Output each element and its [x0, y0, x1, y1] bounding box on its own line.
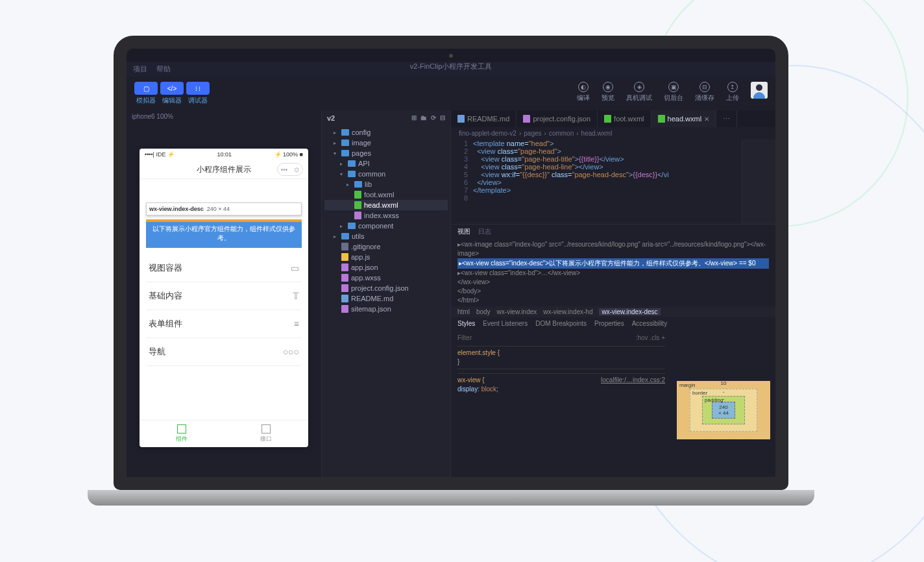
file-tree-item[interactable]: app.js: [324, 252, 448, 262]
file-icon: [341, 253, 348, 261]
line-gutter: 12345678: [451, 140, 473, 224]
file-icon: [341, 284, 348, 292]
more-tabs[interactable]: ⋯: [716, 110, 737, 127]
file-tree-item[interactable]: ▸image: [324, 138, 448, 148]
styles-rules[interactable]: Filter :hov .cls + element.style {}</spa…: [451, 330, 672, 490]
file-icon: [341, 263, 348, 271]
file-icon: [457, 115, 465, 123]
capsule-button[interactable]: •••⊙: [277, 163, 303, 176]
editor-tab[interactable]: project.config.json: [517, 110, 598, 127]
file-tree-item[interactable]: index.wxss: [324, 210, 448, 221]
file-tree-item[interactable]: foot.wxml: [324, 189, 448, 200]
highlighted-element[interactable]: 以下将展示小程序官方组件能力，组件样式仅供参考。: [146, 219, 302, 248]
file-tree-item[interactable]: ▸utils: [324, 231, 448, 241]
box-model: 10 - - 240 × 44: [672, 330, 775, 490]
file-tree-item[interactable]: ▾pages: [324, 148, 448, 158]
preview-button[interactable]: ◉预览: [602, 82, 614, 103]
inspector-tooltip: wx-view.index-desc 240 × 44: [146, 202, 302, 215]
editor-tab[interactable]: README.md: [451, 110, 517, 127]
file-icon: [354, 201, 361, 209]
file-icon: [341, 295, 348, 302]
file-tree-item[interactable]: ▸API: [324, 158, 448, 169]
file-icon: [341, 274, 348, 282]
phone-preview: ••••| IDE ⚡ 10:01 ⚡ 100% ■ 小程序组件展示 •••⊙ …: [140, 149, 308, 447]
list-item[interactable]: 导航○○○: [146, 338, 302, 366]
file-tree-item[interactable]: sitemap.json: [324, 304, 448, 314]
devtools-tab-console[interactable]: 日志: [478, 227, 491, 236]
list-item[interactable]: 基础内容𝕋: [146, 282, 302, 310]
new-file-icon[interactable]: ⊞: [411, 114, 417, 122]
list-item[interactable]: 视图容器▭: [146, 254, 302, 282]
file-tree-item[interactable]: ▾common: [324, 169, 448, 179]
folder-icon: [341, 140, 349, 146]
remote-debug-button[interactable]: ◈真机调试: [626, 82, 652, 103]
file-tree-item[interactable]: ▸lib: [324, 179, 448, 189]
styles-tab[interactable]: Styles: [457, 320, 475, 327]
refresh-icon[interactable]: ⟳: [431, 114, 436, 122]
toolbar-debugger-button[interactable]: ⫶⫶: [186, 82, 210, 95]
folder-icon: [354, 181, 362, 188]
battery-icon: ⚡ 100% ■: [274, 151, 303, 158]
filter-controls[interactable]: :hov .cls +: [636, 334, 665, 343]
toolbar-simulator-button[interactable]: ▢: [134, 82, 158, 95]
device-status: iphone6 100%: [127, 110, 321, 123]
styles-tab[interactable]: Properties: [594, 320, 624, 327]
file-tree-item[interactable]: README.md: [324, 293, 448, 304]
compile-button[interactable]: ◐编译: [577, 82, 590, 103]
minimap[interactable]: [742, 140, 775, 224]
toolbar: ▢ </> ⫶⫶ 模拟器 编辑器 调试器 ◐编译 ◉预览 ◈真机调试 ▣切后台 …: [127, 77, 775, 110]
dom-path[interactable]: htmlbodywx-view.indexwx-view.index-hdwx-…: [451, 306, 775, 317]
folder-icon: [348, 223, 356, 229]
project-root[interactable]: v2: [327, 114, 335, 122]
file-icon: [341, 305, 348, 313]
laptop-frame: 项目 帮助 v2-FinClip小程序开发工具 ▢ </> ⫶⫶ 模拟器 编辑器…: [101, 36, 801, 516]
styles-tab[interactable]: Accessibility: [632, 320, 667, 327]
statusbar-time: 10:01: [217, 151, 232, 158]
tabbar-components[interactable]: 组件: [140, 421, 224, 447]
folder-icon: [341, 150, 349, 156]
new-folder-icon[interactable]: 🖿: [420, 114, 427, 122]
menu-project[interactable]: 项目: [133, 64, 147, 74]
file-icon: [604, 115, 611, 123]
file-tree-item[interactable]: ▸config: [324, 127, 448, 138]
folder-icon: [348, 171, 356, 177]
devtools-tab-wxml[interactable]: 视图: [457, 227, 470, 236]
tabbar-api[interactable]: 接口: [224, 421, 308, 447]
label-debugger: 调试器: [186, 96, 210, 105]
collapse-icon[interactable]: ⊟: [440, 114, 445, 122]
signal-icon: ••••| IDE ⚡: [145, 151, 175, 158]
file-tree-item[interactable]: ▸component: [324, 221, 448, 231]
file-icon: [354, 191, 361, 199]
menu-help[interactable]: 帮助: [156, 64, 171, 74]
styles-tab[interactable]: DOM Breakpoints: [535, 320, 587, 327]
user-avatar[interactable]: [751, 82, 768, 99]
clear-cache-button[interactable]: ⊟清缓存: [695, 82, 714, 103]
folder-icon: [341, 129, 349, 136]
file-tree-item[interactable]: app.json: [324, 262, 448, 273]
folder-icon: [348, 160, 356, 167]
toolbar-editor-button[interactable]: </>: [160, 82, 184, 95]
background-button[interactable]: ▣切后台: [664, 82, 683, 103]
label-editor: 编辑器: [160, 96, 184, 105]
folder-icon: [341, 233, 349, 239]
list-item[interactable]: 表单组件≡: [146, 310, 302, 338]
upload-button[interactable]: ↥上传: [726, 82, 739, 103]
editor-tab[interactable]: head.wxml✕: [651, 110, 717, 127]
file-icon: [341, 243, 348, 250]
file-icon: [354, 212, 361, 219]
file-explorer: v2 ⊞ 🖿 ⟳ ⊟ ▸config▸image▾pages▸API▾commo…: [321, 110, 451, 490]
file-icon: [658, 115, 665, 123]
file-icon: [523, 115, 530, 123]
file-tree-item[interactable]: app.wxss: [324, 273, 448, 283]
file-tree-item[interactable]: project.config.json: [324, 283, 448, 293]
filter-input[interactable]: Filter: [457, 334, 472, 343]
editor-tab[interactable]: foot.wxml: [598, 110, 651, 127]
file-tree-item[interactable]: head.wxml: [324, 200, 448, 210]
dom-tree[interactable]: ▸<wx-image class="index-logo" src="../re…: [451, 239, 775, 306]
breadcrumb: fino-applet-demo-v2›pages›common›head.wx…: [451, 127, 775, 140]
editor-panel: README.mdproject.config.jsonfoot.wxmlhea…: [451, 110, 775, 490]
file-tree-item[interactable]: .gitignore: [324, 241, 448, 252]
styles-tab[interactable]: Event Listeners: [483, 320, 528, 327]
code-editor[interactable]: <template name="head"> <view class="page…: [473, 140, 742, 224]
close-icon[interactable]: ✕: [704, 116, 709, 123]
